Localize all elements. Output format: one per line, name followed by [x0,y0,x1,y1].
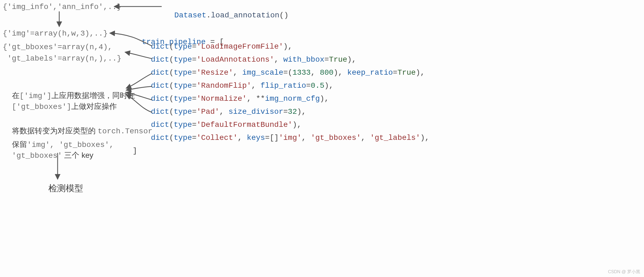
eq2: =( [283,68,293,77]
rest: ), [324,81,334,90]
kw2: with_bbox [283,55,324,64]
close2: ), [333,68,347,77]
dict-call: dict [151,68,169,77]
c1: , [302,134,311,142]
val2: True [329,55,347,64]
kw2: size_divisor [229,108,283,116]
sep: , [219,108,229,116]
type-string: 'LoadImageFromFile' [196,42,283,51]
kw2: img_scale [242,68,283,77]
indent [133,95,151,103]
code: ['gt_bboxes'] [12,103,71,111]
sep: , [233,68,242,77]
eq2: = [324,55,329,64]
sep: , [238,134,247,142]
type-string: 'LoadAnnotations' [196,55,274,64]
eq3: = [393,68,398,77]
rest: ), [420,134,430,142]
rest: ), [283,42,293,51]
text: 上做对应操作 [71,102,117,111]
left-line-3b: 'gt_labels'=array(n,),..} [3,54,121,63]
indent [133,42,151,51]
pipeline-close-bracket: ] [133,147,137,155]
eq2: = [306,81,311,90]
paren-open: ( [169,55,174,64]
kw-type: type [174,108,192,116]
method-name: load_annotation [211,11,279,20]
indent [133,134,151,142]
class-name: Dataset [174,11,207,20]
type-string: 'DefaultFormatBundle' [196,121,292,129]
paren-open: ( [169,108,174,116]
s1: 'img' [279,134,302,142]
sep: , [251,81,261,90]
watermark: CSDN @ 罗小黑 [608,269,640,275]
load-annotation-call: Dataset.load_annotation() [165,3,289,20]
dict-call: dict [151,55,169,64]
eq: = [192,121,196,129]
left-line-1: {'img_info','ann_info',..} [3,3,121,11]
eq2: = [283,108,288,116]
eq: = [192,68,196,77]
eq: = [192,55,196,64]
dict-call: dict [151,95,169,103]
code: 'gt_bboxes' [12,152,62,160]
s3: 'gt_labels' [370,134,420,142]
rest: ), [416,68,425,77]
left-aug-line-2: ['gt_bboxes']上做对应操作 [3,93,117,112]
left-model-label: 检测模型 [48,182,83,194]
kw-type: type [174,81,192,90]
kw-type: type [174,42,192,51]
type-string: 'RandomFlip' [196,81,251,90]
type-string: 'Normalize' [196,95,247,103]
num1: 32 [288,108,297,116]
pipeline-row-6: dict(type='DefaultFormatBundle'), [133,121,302,129]
pipeline-row-5: dict(type='Pad', size_divisor=32), [133,108,306,116]
text: 三个 key [62,151,93,159]
paren-open: ( [169,42,174,51]
type-string: 'Pad' [196,108,219,116]
kw2: flip_ratio [261,81,306,90]
indent [133,68,151,77]
num1: 1333 [292,68,311,77]
kw2: keys [247,134,265,142]
type-string: 'Collect' [196,134,237,142]
dict-call: dict [151,134,169,142]
dot: . [206,11,211,20]
left-line-2: {'img'=array(h,w,3),..} [3,29,108,38]
rest: ), [297,108,306,116]
indent [133,81,151,90]
eq: = [192,134,196,142]
eq2: =[ [265,134,274,142]
parens: () [279,11,289,20]
paren-open: ( [169,121,174,129]
sep: , [274,55,283,64]
rest: ), [320,95,329,103]
close2: ] [274,134,279,142]
pipeline-row-4: dict(type='Normalize', **img_norm_cfg), [133,95,329,103]
left-keep-line-2: 'gt_bboxes' 三个 key [3,142,93,160]
indent [133,55,151,64]
dict-call: dict [151,108,169,116]
kw-type: type [174,55,192,64]
num2: 800 [320,68,333,77]
comma: , [311,68,320,77]
indent [133,108,151,116]
pipeline-row-0: dict(type='LoadImageFromFile'), [133,42,292,51]
dict-call: dict [151,121,169,129]
pipeline-row-1: dict(type='LoadAnnotations', with_bbox=T… [133,55,356,64]
pipeline-row-2: dict(type='Resize', img_scale=(1333, 800… [133,68,425,77]
rest: ), [347,55,357,64]
sep: , ** [247,95,265,103]
kw-type: type [174,95,192,103]
left-line-3a: {'gt_bboxes'=array(n,4), [3,43,112,51]
paren-open: ( [169,134,174,142]
s2: 'gt_bboxes' [311,134,361,142]
kw-type: type [174,134,192,142]
val3: True [398,68,416,77]
kw3: keep_ratio [347,68,393,77]
dict-call: dict [151,81,169,90]
eq: = [192,108,196,116]
kw-type: type [174,121,192,129]
kw2: img_norm_cfg [265,95,320,103]
